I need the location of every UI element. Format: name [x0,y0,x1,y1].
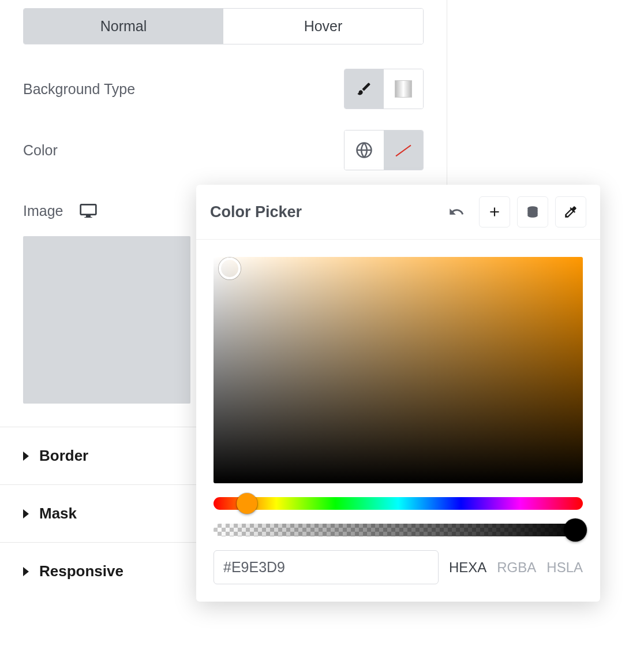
paintbrush-icon [356,81,372,97]
eyedropper-button[interactable] [555,196,586,227]
bg-type-gradient-button[interactable] [384,69,423,109]
hue-slider[interactable] [214,497,583,510]
caret-right-icon [23,509,29,518]
tab-hover[interactable]: Hover [223,9,423,44]
color-picker-popover: Color Picker [196,185,600,600]
caret-right-icon [23,451,29,461]
state-tabs: Normal Hover [23,8,424,44]
picker-body: HEXA RGBA HSLA [196,240,600,584]
reset-color-button[interactable] [441,196,472,227]
desktop-icon[interactable] [79,202,98,220]
color-swatch-button[interactable] [384,130,423,170]
global-color-button[interactable] [345,130,384,170]
format-rgba[interactable]: RGBA [497,559,536,576]
caret-right-icon [23,567,29,576]
undo-icon [448,204,465,220]
value-row: HEXA RGBA HSLA [214,550,583,584]
image-placeholder[interactable] [23,236,190,404]
color-control-group [344,130,424,170]
hex-input[interactable] [214,550,439,584]
sv-thumb[interactable] [219,258,241,279]
eyedropper-icon [563,204,578,219]
stack-icon [525,204,540,219]
section-responsive-label: Responsive [39,562,123,580]
format-hsla[interactable]: HSLA [546,559,583,576]
row-color: Color [23,130,424,170]
gradient-icon [395,80,412,98]
label-background-type: Background Type [23,81,135,98]
hue-thumb[interactable] [237,493,257,514]
label-image: Image [23,202,98,220]
alpha-overlay [214,524,583,536]
plus-icon [487,204,502,219]
section-border-label: Border [39,447,88,465]
background-type-toggle [344,69,424,109]
alpha-thumb[interactable] [564,518,587,542]
globe-icon [355,141,373,159]
picker-actions [441,196,586,227]
color-library-button[interactable] [517,196,548,227]
bg-type-classic-button[interactable] [345,69,384,109]
row-background-type: Background Type [23,69,424,109]
tab-normal[interactable]: Normal [24,9,223,44]
add-color-button[interactable] [479,196,510,227]
format-hexa[interactable]: HEXA [449,559,486,576]
picker-header: Color Picker [196,185,600,240]
no-color-icon [393,140,414,161]
label-color: Color [23,142,58,159]
label-image-text: Image [23,203,63,219]
picker-title: Color Picker [210,203,302,221]
alpha-slider[interactable] [214,524,583,536]
section-mask-label: Mask [39,505,77,523]
saturation-value-area[interactable] [214,257,583,483]
